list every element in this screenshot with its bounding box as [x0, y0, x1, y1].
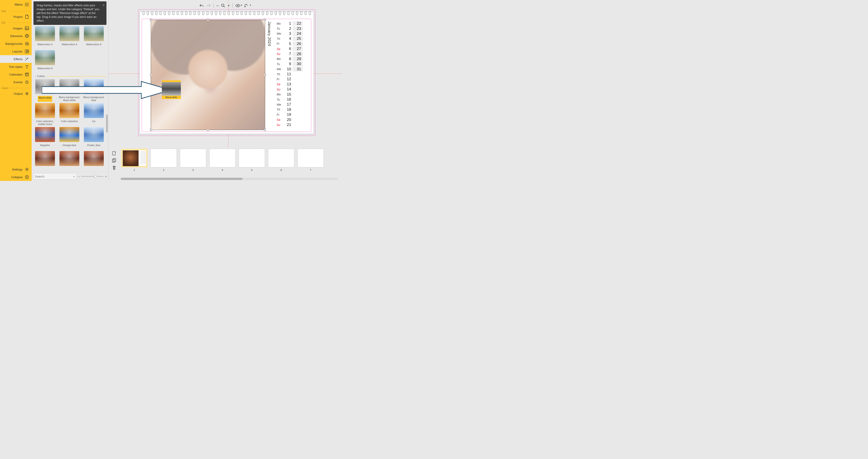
- nav-layouts[interactable]: Layouts: [0, 48, 32, 55]
- day-number: 16: [284, 97, 292, 102]
- photo-frame-selected[interactable]: [151, 20, 265, 130]
- nav-text-styles[interactable]: Text styles: [0, 63, 32, 70]
- page-thumb-7[interactable]: 7: [298, 149, 324, 181]
- effect-extra-1[interactable]: [33, 151, 57, 172]
- nav-images[interactable]: Images: [0, 24, 32, 32]
- day-number: 5: [284, 41, 292, 46]
- zoom-out-canvas[interactable]: –: [216, 3, 219, 8]
- page-list[interactable]: 1234567: [120, 147, 342, 181]
- day-of-week: Su: [277, 52, 284, 56]
- zoom-in-canvas[interactable]: +: [228, 4, 230, 8]
- search-box[interactable]: ×: [33, 173, 76, 180]
- nav-elements[interactable]: Elements: [0, 32, 32, 40]
- page-thumb-1[interactable]: 1: [121, 149, 147, 181]
- day-row: Sa13: [277, 82, 311, 87]
- canvas-area[interactable]: – + ▾ ▾ January 2024 Mo122Tu223We324Th42…: [108, 0, 342, 147]
- effects-icon: [25, 57, 29, 61]
- nav-effects[interactable]: Effects: [0, 55, 32, 63]
- close-icon[interactable]: ×: [103, 3, 105, 8]
- effect-preview: [35, 79, 55, 94]
- effect-preview: [84, 26, 104, 41]
- day-row: Sa20: [277, 117, 311, 122]
- effect-color-reduction[interactable]: Color reduction: [58, 103, 81, 126]
- scrollbar-thumb[interactable]: [106, 114, 108, 132]
- collapse-icon: [25, 175, 29, 179]
- nav-backgrounds[interactable]: Backgrounds: [0, 40, 32, 48]
- effect-black-white[interactable]: Black-white: [33, 79, 57, 102]
- day-number: 25: [292, 36, 303, 41]
- undo-button[interactable]: [199, 4, 204, 7]
- section-edit: Edit: [0, 21, 32, 24]
- effect-color-reduction-mid[interactable]: Color reduction, middle tones: [33, 103, 57, 126]
- day-of-week: Th: [277, 108, 284, 111]
- image-icon: [25, 26, 29, 30]
- effect-preview: [84, 103, 104, 118]
- duplicate-page-button[interactable]: [112, 158, 116, 163]
- resize-handle[interactable]: [150, 19, 152, 21]
- page-thumb-6[interactable]: 6: [268, 149, 294, 181]
- effect-watercolors-4[interactable]: Watercolors 4: [58, 26, 81, 49]
- nav-settings[interactable]: Settings: [0, 165, 32, 173]
- day-row: Su21: [277, 122, 311, 127]
- drag-ghost-label: Black-white: [162, 96, 181, 99]
- effects-scroll[interactable]: Watercolors 3 Watercolors 4 Watercolors …: [32, 26, 108, 172]
- nav-events[interactable]: Events: [0, 78, 32, 86]
- effect-watercolors-3[interactable]: Watercolors 3: [33, 26, 57, 49]
- page-thumbnail: [298, 149, 324, 167]
- effect-orange-blue[interactable]: Orange-blue: [58, 127, 81, 150]
- menu-button[interactable]: Menu: [0, 0, 32, 9]
- zoom-fit-button[interactable]: [221, 3, 225, 8]
- effect-extra-3[interactable]: [82, 151, 105, 172]
- page-thumb-2[interactable]: 2: [151, 149, 177, 181]
- horizontal-scrollbar[interactable]: [121, 178, 338, 180]
- page-thumb-3[interactable]: 3: [180, 149, 206, 181]
- resize-handle[interactable]: [264, 74, 266, 76]
- delete-page-button[interactable]: [112, 165, 116, 170]
- calendar-page[interactable]: January 2024 Mo122Tu223We324Th425Fr526Sa…: [140, 12, 314, 134]
- day-number: 26: [292, 41, 303, 46]
- add-page-button[interactable]: [112, 151, 116, 156]
- day-of-week: Mo: [277, 93, 284, 96]
- zoom-in-button[interactable]: +: [105, 175, 107, 178]
- nav-calendars[interactable]: Calendars31: [0, 70, 32, 78]
- resize-handle[interactable]: [207, 19, 209, 21]
- resize-handle[interactable]: [150, 129, 152, 131]
- resize-handle[interactable]: [264, 19, 266, 21]
- day-number: 11: [284, 72, 292, 76]
- resize-handle[interactable]: [150, 74, 152, 76]
- view-button[interactable]: ▾: [236, 4, 242, 7]
- slider-knob[interactable]: [94, 175, 97, 178]
- scrollbar-thumb[interactable]: [121, 178, 243, 180]
- resize-handle[interactable]: [264, 129, 266, 131]
- effect-negative[interactable]: Negative: [33, 127, 57, 150]
- effect-preview: [84, 79, 104, 94]
- zoom-slider[interactable]: [81, 176, 104, 177]
- search-input[interactable]: [35, 175, 73, 178]
- clear-icon[interactable]: ×: [73, 175, 75, 178]
- day-of-week: We: [277, 67, 284, 71]
- effect-watercolors-6[interactable]: Watercolors 6: [33, 50, 57, 73]
- nav-project[interactable]: Project: [0, 13, 32, 21]
- page-number: 5: [251, 169, 252, 172]
- nav-output[interactable]: Output: [0, 90, 32, 97]
- effect-ice[interactable]: Ice: [82, 103, 105, 126]
- svg-point-11: [26, 169, 28, 170]
- page-number: 6: [281, 169, 282, 172]
- effect-blurry-blue[interactable]: Blurry background, blue: [82, 79, 105, 102]
- day-of-week: Sa: [277, 83, 284, 86]
- page-thumb-4[interactable]: 4: [209, 149, 236, 181]
- effect-preview: [84, 127, 104, 142]
- resize-handle[interactable]: [207, 129, 209, 131]
- effect-extra-2[interactable]: [58, 151, 81, 172]
- link-button[interactable]: ▾: [244, 4, 251, 7]
- nav-collapse[interactable]: Collapse: [0, 173, 32, 181]
- page-thumb-5[interactable]: 5: [239, 149, 265, 181]
- day-row: Tu16: [277, 97, 311, 102]
- effect-poster-blue[interactable]: Poster, blue: [82, 127, 105, 150]
- effect-watercolors-5[interactable]: Watercolors 5: [82, 26, 105, 49]
- day-number: 30: [292, 62, 303, 66]
- effect-blurry-bw[interactable]: Blurry background, black-white: [58, 79, 81, 102]
- category-colors[interactable]: ⌄Colors: [34, 74, 106, 78]
- zoom-out-button[interactable]: –: [78, 175, 80, 178]
- redo-button[interactable]: [206, 4, 211, 7]
